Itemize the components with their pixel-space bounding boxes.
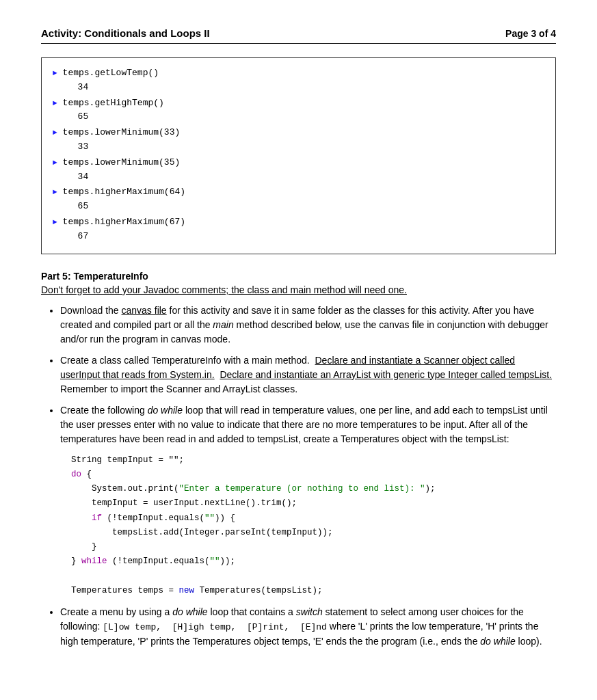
canvas-link: canvas file — [122, 305, 167, 316]
code-result-4: 34 — [78, 170, 181, 185]
arrow-icon-6: ► — [53, 217, 57, 229]
code-block-dowhile: String tempInput = ""; do { System.out.p… — [71, 453, 556, 599]
choices-code: [L]ow temp, [H]igh temp, [P]rint, [E]nd — [103, 622, 327, 632]
part5-section: Part 5: TemperatureInfo Don't forget to … — [41, 271, 556, 649]
javadoc-note: Don't forget to add your Javadoc comment… — [41, 284, 556, 295]
code-line-2: ► temps.getHighTemp() 65 — [53, 96, 544, 125]
code-method-2: temps.getHighTemp() — [63, 96, 164, 111]
bullet-1: Download the canvas file for this activi… — [60, 304, 556, 347]
arrow-icon-5: ► — [53, 187, 57, 199]
arraylist-underline: Declare and instantiate an ArrayList wit… — [220, 369, 552, 380]
bullet-3: Create the following do while loop that … — [60, 403, 556, 599]
code-result-1: 34 — [78, 81, 159, 95]
code-method-4: temps.lowerMinimum(35) — [63, 156, 181, 170]
code-output-box: ► temps.getLowTemp() 34 ► temps.getHighT… — [41, 57, 556, 254]
dowhile-italic2: do while — [172, 606, 207, 617]
arrow-icon-2: ► — [53, 98, 57, 110]
code-result-6: 67 — [78, 230, 185, 244]
arrow-icon-3: ► — [53, 127, 57, 139]
code-method-1: temps.getLowTemp() — [63, 66, 159, 81]
arrow-icon-4: ► — [53, 157, 57, 170]
page-number: Page 3 of 4 — [505, 28, 556, 39]
switch-italic: switch — [296, 606, 323, 617]
code-result-5: 65 — [78, 200, 185, 214]
bullet-2: Create a class called TemperatureInfo wi… — [60, 353, 556, 396]
code-line-5: ► temps.higherMaximum(64) 65 — [53, 185, 544, 214]
dowhile-italic3: do while — [480, 636, 515, 647]
main-italic: main — [213, 319, 233, 330]
page-header: Activity: Conditionals and Loops II Page… — [41, 27, 556, 44]
code-result-3: 33 — [78, 140, 181, 154]
page-title: Activity: Conditionals and Loops II — [41, 27, 210, 39]
code-method-3: temps.lowerMinimum(33) — [63, 126, 181, 140]
part5-heading: Part 5: TemperatureInfo — [41, 271, 556, 282]
code-line-6: ► temps.higherMaximum(67) 67 — [53, 215, 544, 244]
code-line-4: ► temps.lowerMinimum(35) 34 — [53, 156, 544, 185]
arrow-icon-1: ► — [53, 68, 57, 80]
code-line-1: ► temps.getLowTemp() 34 — [53, 66, 544, 95]
code-method-6: temps.higherMaximum(67) — [63, 215, 185, 230]
code-method-5: temps.higherMaximum(64) — [63, 185, 185, 200]
dowhile-italic: do while — [148, 405, 183, 416]
part5-bullets: Download the canvas file for this activi… — [41, 304, 556, 649]
code-result-2: 65 — [78, 110, 164, 124]
bullet-4: Create a menu by using a do while loop t… — [60, 605, 556, 649]
code-line-3: ► temps.lowerMinimum(33) 33 — [53, 126, 544, 154]
